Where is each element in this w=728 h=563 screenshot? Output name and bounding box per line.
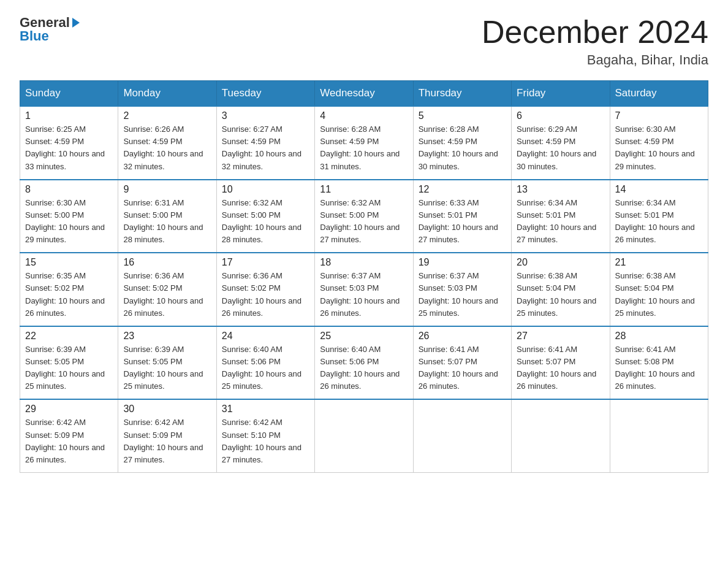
page-header: General Blue December 2024 Bagaha, Bihar… (20, 15, 708, 68)
day-number: 7 (615, 110, 703, 121)
calendar-cell: 2Sunrise: 6:26 AMSunset: 4:59 PMDaylight… (118, 106, 216, 180)
calendar-cell: 16Sunrise: 6:36 AMSunset: 5:02 PMDayligh… (118, 253, 216, 326)
day-number: 14 (615, 184, 703, 195)
day-info: Sunrise: 6:40 AMSunset: 5:06 PMDaylight:… (222, 343, 309, 393)
calendar-cell: 5Sunrise: 6:28 AMSunset: 4:59 PMDaylight… (413, 106, 511, 180)
day-info: Sunrise: 6:37 AMSunset: 5:03 PMDaylight:… (419, 270, 506, 320)
day-number: 31 (222, 404, 309, 415)
col-header-tuesday: Tuesday (216, 81, 314, 107)
logo-arrow-icon (72, 18, 80, 28)
day-number: 1 (25, 110, 113, 121)
day-info: Sunrise: 6:39 AMSunset: 5:05 PMDaylight:… (123, 343, 211, 393)
day-number: 11 (320, 184, 408, 195)
calendar-cell: 20Sunrise: 6:38 AMSunset: 5:04 PMDayligh… (512, 253, 610, 326)
day-info: Sunrise: 6:25 AMSunset: 4:59 PMDaylight:… (25, 123, 113, 173)
day-number: 28 (615, 331, 703, 342)
day-number: 17 (222, 257, 309, 268)
calendar-cell: 30Sunrise: 6:42 AMSunset: 5:09 PMDayligh… (118, 399, 216, 472)
day-info: Sunrise: 6:42 AMSunset: 5:10 PMDaylight:… (222, 416, 309, 466)
day-number: 3 (222, 110, 309, 121)
day-info: Sunrise: 6:32 AMSunset: 5:00 PMDaylight:… (222, 197, 309, 247)
calendar-cell: 1Sunrise: 6:25 AMSunset: 4:59 PMDaylight… (20, 106, 118, 180)
day-number: 23 (123, 331, 211, 342)
day-info: Sunrise: 6:38 AMSunset: 5:04 PMDaylight:… (517, 270, 604, 320)
calendar-cell: 25Sunrise: 6:40 AMSunset: 5:06 PMDayligh… (315, 326, 413, 400)
calendar-cell: 7Sunrise: 6:30 AMSunset: 4:59 PMDaylight… (610, 106, 708, 180)
col-header-wednesday: Wednesday (315, 81, 413, 107)
day-number: 15 (25, 257, 113, 268)
calendar-cell: 31Sunrise: 6:42 AMSunset: 5:10 PMDayligh… (216, 399, 314, 472)
day-info: Sunrise: 6:28 AMSunset: 4:59 PMDaylight:… (419, 123, 506, 173)
day-number: 24 (222, 331, 309, 342)
col-header-sunday: Sunday (20, 81, 118, 107)
calendar-cell (315, 399, 413, 472)
day-number: 9 (123, 184, 211, 195)
day-info: Sunrise: 6:41 AMSunset: 5:07 PMDaylight:… (517, 343, 604, 393)
calendar-cell: 14Sunrise: 6:34 AMSunset: 5:01 PMDayligh… (610, 180, 708, 253)
calendar-cell: 28Sunrise: 6:41 AMSunset: 5:08 PMDayligh… (610, 326, 708, 400)
day-info: Sunrise: 6:30 AMSunset: 4:59 PMDaylight:… (615, 123, 703, 173)
calendar-cell: 27Sunrise: 6:41 AMSunset: 5:07 PMDayligh… (512, 326, 610, 400)
day-number: 13 (517, 184, 604, 195)
day-number: 20 (517, 257, 604, 268)
day-number: 27 (517, 331, 604, 342)
day-number: 8 (25, 184, 113, 195)
day-info: Sunrise: 6:39 AMSunset: 5:05 PMDaylight:… (25, 343, 113, 393)
calendar-cell: 12Sunrise: 6:33 AMSunset: 5:01 PMDayligh… (413, 180, 511, 253)
day-info: Sunrise: 6:29 AMSunset: 4:59 PMDaylight:… (517, 123, 604, 173)
calendar-cell: 13Sunrise: 6:34 AMSunset: 5:01 PMDayligh… (512, 180, 610, 253)
title-area: December 2024 Bagaha, Bihar, India (482, 15, 708, 68)
day-number: 4 (320, 110, 408, 121)
col-header-friday: Friday (512, 81, 610, 107)
day-number: 26 (419, 331, 506, 342)
day-info: Sunrise: 6:38 AMSunset: 5:04 PMDaylight:… (615, 270, 703, 320)
col-header-saturday: Saturday (610, 81, 708, 107)
calendar-cell: 11Sunrise: 6:32 AMSunset: 5:00 PMDayligh… (315, 180, 413, 253)
calendar-cell: 22Sunrise: 6:39 AMSunset: 5:05 PMDayligh… (20, 326, 118, 400)
day-number: 10 (222, 184, 309, 195)
calendar-cell: 24Sunrise: 6:40 AMSunset: 5:06 PMDayligh… (216, 326, 314, 400)
logo: General Blue (20, 15, 80, 44)
day-number: 6 (517, 110, 604, 121)
day-number: 22 (25, 331, 113, 342)
calendar-cell: 4Sunrise: 6:28 AMSunset: 4:59 PMDaylight… (315, 106, 413, 180)
calendar-cell (512, 399, 610, 472)
calendar-cell: 29Sunrise: 6:42 AMSunset: 5:09 PMDayligh… (20, 399, 118, 472)
calendar-table: SundayMondayTuesdayWednesdayThursdayFrid… (20, 80, 708, 473)
calendar-cell: 23Sunrise: 6:39 AMSunset: 5:05 PMDayligh… (118, 326, 216, 400)
day-info: Sunrise: 6:32 AMSunset: 5:00 PMDaylight:… (320, 197, 408, 247)
day-info: Sunrise: 6:31 AMSunset: 5:00 PMDaylight:… (123, 197, 211, 247)
day-info: Sunrise: 6:41 AMSunset: 5:07 PMDaylight:… (419, 343, 506, 393)
day-info: Sunrise: 6:36 AMSunset: 5:02 PMDaylight:… (222, 270, 309, 320)
day-number: 5 (419, 110, 506, 121)
calendar-cell: 15Sunrise: 6:35 AMSunset: 5:02 PMDayligh… (20, 253, 118, 326)
day-info: Sunrise: 6:42 AMSunset: 5:09 PMDaylight:… (25, 416, 113, 466)
calendar-cell: 6Sunrise: 6:29 AMSunset: 4:59 PMDaylight… (512, 106, 610, 180)
day-info: Sunrise: 6:40 AMSunset: 5:06 PMDaylight:… (320, 343, 408, 393)
day-info: Sunrise: 6:34 AMSunset: 5:01 PMDaylight:… (615, 197, 703, 247)
day-number: 16 (123, 257, 211, 268)
day-info: Sunrise: 6:41 AMSunset: 5:08 PMDaylight:… (615, 343, 703, 393)
calendar-cell (610, 399, 708, 472)
logo-blue: Blue (20, 28, 49, 44)
calendar-cell: 18Sunrise: 6:37 AMSunset: 5:03 PMDayligh… (315, 253, 413, 326)
day-number: 18 (320, 257, 408, 268)
day-number: 12 (419, 184, 506, 195)
day-info: Sunrise: 6:42 AMSunset: 5:09 PMDaylight:… (123, 416, 211, 466)
calendar-cell: 21Sunrise: 6:38 AMSunset: 5:04 PMDayligh… (610, 253, 708, 326)
day-info: Sunrise: 6:27 AMSunset: 4:59 PMDaylight:… (222, 123, 309, 173)
month-title: December 2024 (482, 15, 708, 50)
day-number: 25 (320, 331, 408, 342)
day-info: Sunrise: 6:35 AMSunset: 5:02 PMDaylight:… (25, 270, 113, 320)
calendar-cell: 26Sunrise: 6:41 AMSunset: 5:07 PMDayligh… (413, 326, 511, 400)
day-info: Sunrise: 6:26 AMSunset: 4:59 PMDaylight:… (123, 123, 211, 173)
calendar-cell: 8Sunrise: 6:30 AMSunset: 5:00 PMDaylight… (20, 180, 118, 253)
day-number: 30 (123, 404, 211, 415)
location: Bagaha, Bihar, India (482, 52, 708, 68)
day-info: Sunrise: 6:36 AMSunset: 5:02 PMDaylight:… (123, 270, 211, 320)
calendar-cell: 10Sunrise: 6:32 AMSunset: 5:00 PMDayligh… (216, 180, 314, 253)
calendar-cell: 19Sunrise: 6:37 AMSunset: 5:03 PMDayligh… (413, 253, 511, 326)
calendar-cell (413, 399, 511, 472)
calendar-cell: 17Sunrise: 6:36 AMSunset: 5:02 PMDayligh… (216, 253, 314, 326)
day-number: 29 (25, 404, 113, 415)
